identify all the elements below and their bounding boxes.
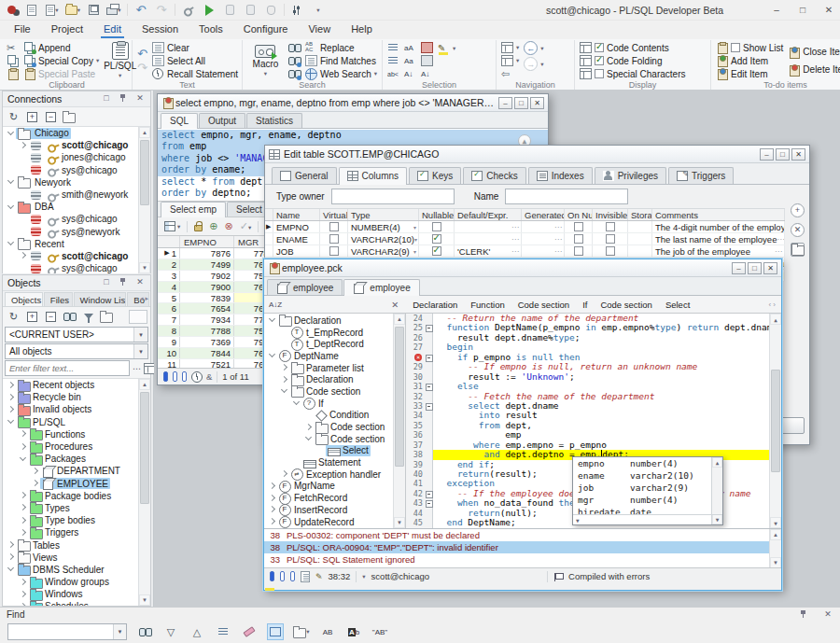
search-folder-icon[interactable]: ▾ — [293, 623, 310, 640]
breadcrumb-item[interactable]: If — [576, 299, 594, 311]
highlight-icon[interactable]: ✎▾ — [438, 42, 455, 54]
lock-icon[interactable] — [194, 225, 203, 231]
fold-marker[interactable] — [425, 479, 433, 488]
find-input[interactable]: ▼ — [7, 623, 127, 640]
editor-scrollbar[interactable]: ▲ ▼ — [769, 314, 781, 528]
code-line[interactable]: 30 result := 'Unknown'; — [406, 372, 769, 382]
fold-marker[interactable] — [425, 518, 433, 527]
object-tree-item[interactable]: Functions — [3, 428, 150, 440]
text-undo-icon[interactable]: ↶ — [137, 48, 147, 60]
cell-empno[interactable]: 7788 — [180, 326, 234, 336]
display-option-checkbox[interactable] — [595, 69, 604, 78]
code-tree-item[interactable]: Code section — [264, 433, 405, 445]
expander-icon[interactable] — [18, 590, 28, 599]
paste-icon[interactable] — [7, 68, 19, 79]
breadcrumb-item[interactable]: Code section — [594, 299, 658, 311]
commit-icon[interactable] — [222, 3, 237, 18]
fold-marker[interactable] — [425, 392, 433, 401]
delete-row-icon[interactable]: ⊗ — [224, 220, 232, 232]
special-copy-button[interactable]: Special Copy▾ — [23, 55, 99, 66]
filter-more-icon[interactable]: ⋯ — [133, 364, 141, 373]
find-previous-icon[interactable] — [288, 68, 301, 79]
on-null-checkbox[interactable] — [574, 222, 583, 231]
objects-tab[interactable]: Objects — [5, 292, 43, 306]
fold-marker[interactable] — [425, 411, 433, 420]
cell-comment[interactable]: The last name of the employee — [652, 233, 785, 245]
objects-pin-icon[interactable] — [118, 277, 129, 288]
autocomplete-item[interactable]: mgr number(4) — [573, 494, 711, 506]
preferences-icon[interactable] — [290, 3, 305, 18]
recall-statement-button[interactable]: Recall Statement — [152, 68, 238, 79]
expander-icon[interactable] — [18, 454, 28, 464]
find-history-dropdown-icon[interactable]: ▼ — [113, 624, 126, 639]
expander-icon[interactable] — [267, 494, 277, 503]
object-tree-item[interactable]: Types — [3, 502, 150, 514]
edit-table-tab[interactable]: Checks — [463, 167, 525, 184]
whole-word-icon[interactable]: AB — [319, 623, 336, 640]
append-button[interactable]: Append — [23, 42, 99, 53]
cell-comment[interactable]: The 4-digit number of the employee — [652, 221, 785, 232]
expander-icon[interactable] — [18, 251, 28, 260]
expander-icon[interactable] — [279, 375, 289, 384]
maximize-window-icon[interactable]: □ — [795, 5, 810, 15]
code-tree-item[interactable]: FetchRecord — [264, 492, 405, 504]
column-definition-row[interactable]: JOB VARCHAR2(9) 'CLERK' The job of the e… — [265, 245, 785, 258]
expander-icon[interactable] — [6, 393, 16, 402]
expander-icon[interactable] — [18, 153, 28, 162]
code-tree-item[interactable]: Declaration — [264, 373, 405, 385]
fold-marker[interactable] — [425, 440, 433, 450]
cell-default[interactable]: 'CLERK' — [455, 245, 522, 257]
code-line[interactable]: 33 select dept.dname — [406, 401, 769, 411]
show-list-checkbox[interactable] — [731, 43, 740, 52]
uppercase-icon[interactable] — [404, 42, 416, 53]
display-option[interactable]: Code Contents — [580, 42, 685, 53]
fold-marker[interactable] — [425, 489, 433, 498]
edit-table-tab[interactable]: Keys — [409, 167, 461, 184]
object-tree-item[interactable]: DEPARTMENT — [3, 465, 150, 477]
cell-empno[interactable]: 7839 — [180, 293, 234, 303]
fold-marker[interactable] — [425, 430, 433, 440]
objects-find-icon[interactable] — [62, 309, 77, 324]
code-line[interactable]: 36 emp — [406, 430, 769, 440]
expander-icon[interactable] — [30, 467, 40, 476]
code-tree-item[interactable]: MgrName — [264, 481, 405, 493]
code-line[interactable]: 35 from dept, — [406, 421, 769, 430]
connection-item[interactable]: jones@chicago — [3, 151, 150, 163]
connection-item[interactable]: Chicago — [3, 127, 150, 139]
display-option[interactable]: Code Folding — [580, 55, 685, 66]
qat-more-icon[interactable]: ▾ — [311, 3, 326, 18]
fold-marker[interactable] — [425, 498, 433, 508]
object-tree-item[interactable]: Invalid objects — [3, 403, 150, 415]
todo-show-list[interactable]: Show List — [716, 42, 783, 53]
pck-maximize-icon[interactable]: □ — [748, 262, 762, 274]
code-line[interactable]: 34 into result — [406, 411, 769, 420]
expander-icon[interactable] — [315, 446, 326, 455]
connections-scrollbar[interactable]: ▲ ▼ — [138, 127, 150, 273]
expander-icon[interactable] — [30, 479, 40, 488]
virtual-checkbox[interactable] — [329, 234, 339, 244]
virtual-checkbox[interactable] — [329, 246, 339, 256]
macro-button[interactable]: Macro▾ — [247, 42, 284, 79]
todo-close-item[interactable]: Close Item — [788, 46, 840, 58]
new-document-icon[interactable] — [24, 3, 39, 18]
code-line[interactable]: 31 else — [406, 382, 769, 391]
object-type-select[interactable]: All objects▼ — [5, 343, 148, 359]
add-column-icon[interactable]: + — [791, 203, 805, 217]
edit-minimize-icon[interactable]: – — [760, 148, 774, 161]
session-indicator[interactable]: scott@chicago — [371, 571, 429, 581]
fold-marker[interactable] — [425, 401, 433, 411]
compile-error-row[interactable]: 33 PL/SQL: SQL Statement ignored — [264, 553, 781, 566]
expander-icon[interactable] — [291, 398, 301, 408]
type-owner-input[interactable] — [331, 189, 455, 204]
match-case-icon[interactable]: Ab — [345, 623, 362, 640]
cell-empno[interactable]: 7934 — [180, 315, 234, 325]
text-redo-icon[interactable]: ↷ — [137, 62, 147, 74]
code-tree-item[interactable]: Exception handler — [264, 468, 405, 481]
bookmark-goto-icon[interactable]: ▾ — [501, 55, 519, 66]
objects-close-icon[interactable]: ✕ — [134, 277, 146, 288]
breadcrumb-item[interactable]: Select — [659, 299, 696, 311]
logon-key-icon[interactable] — [178, 0, 199, 20]
find-next-icon[interactable] — [288, 55, 301, 66]
expander-icon[interactable] — [6, 129, 16, 138]
cell-empno[interactable]: 7369 — [180, 337, 234, 347]
